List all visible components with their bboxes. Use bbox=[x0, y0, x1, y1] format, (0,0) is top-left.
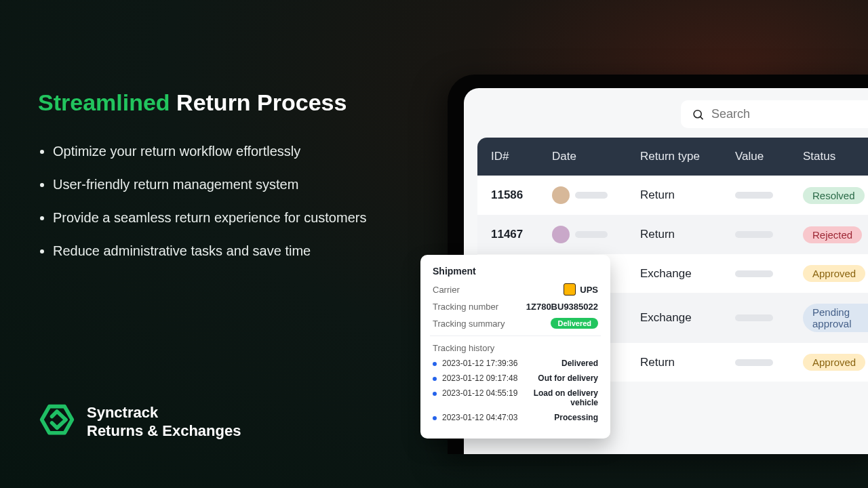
brand-name-line2: Returns & Exchanges bbox=[87, 422, 241, 441]
history-status: Out for delivery bbox=[538, 373, 598, 383]
avatar bbox=[552, 186, 570, 204]
brand-logo-icon bbox=[38, 403, 76, 441]
status-badge: Pending approval bbox=[803, 304, 868, 332]
history-timestamp: 2023-01-12 09:17:48 bbox=[442, 373, 532, 383]
cell-return-type: Exchange bbox=[640, 267, 735, 281]
col-value: Value bbox=[735, 150, 803, 163]
page-title: Streamlined Return Process bbox=[38, 88, 404, 117]
cell-status: Resolved bbox=[803, 187, 868, 204]
cell-status: Approved bbox=[803, 354, 868, 371]
feature-item: User-friendly return management system bbox=[53, 175, 404, 195]
search-input[interactable] bbox=[711, 107, 868, 121]
feature-item: Optimize your return workflow effortless… bbox=[53, 142, 404, 161]
col-date: Date bbox=[552, 150, 640, 163]
tracking-summary-label: Tracking summary bbox=[433, 319, 505, 329]
cell-value bbox=[735, 267, 803, 281]
cell-id: 11586 bbox=[491, 188, 552, 202]
delivered-badge: Delivered bbox=[551, 318, 598, 329]
feature-list: Optimize your return workflow effortless… bbox=[38, 142, 404, 261]
title-rest: Return Process bbox=[176, 89, 347, 115]
brand-block: Synctrack Returns & Exchanges bbox=[38, 403, 241, 441]
table-header-row: ID# Date Return type Value Status bbox=[477, 138, 868, 176]
col-status: Status bbox=[803, 150, 868, 163]
col-id: ID# bbox=[491, 150, 552, 163]
value-placeholder bbox=[735, 192, 773, 199]
col-type: Return type bbox=[640, 150, 735, 163]
cell-status: Pending approval bbox=[803, 304, 868, 332]
cell-date bbox=[552, 186, 640, 204]
history-row: 2023-01-12 09:17:48Out for delivery bbox=[433, 373, 598, 383]
status-badge: Approved bbox=[803, 265, 865, 282]
divider bbox=[430, 336, 601, 336]
cell-status: Rejected bbox=[803, 226, 868, 243]
history-row: 2023-01-12 17:39:36Delivered bbox=[433, 359, 598, 368]
cell-return-type: Return bbox=[640, 228, 735, 241]
carrier-value: UPS bbox=[564, 283, 598, 296]
cell-date bbox=[552, 226, 640, 243]
date-placeholder bbox=[575, 231, 608, 238]
table-row[interactable]: 11586ReturnResolved bbox=[477, 176, 868, 215]
cell-value bbox=[735, 188, 803, 202]
shipment-card: Shipment Carrier UPS Tracking number 1Z7… bbox=[420, 255, 610, 439]
history-timestamp: 2023-01-12 04:47:03 bbox=[442, 413, 549, 422]
svg-point-1 bbox=[694, 110, 701, 117]
search-bar[interactable] bbox=[681, 100, 868, 128]
search-icon bbox=[692, 108, 705, 121]
cell-value bbox=[735, 228, 803, 241]
value-placeholder bbox=[735, 231, 773, 238]
history-timestamp: 2023-01-12 17:39:36 bbox=[442, 359, 556, 368]
history-row: 2023-01-12 04:47:03Processing bbox=[433, 413, 598, 422]
status-badge: Approved bbox=[803, 354, 865, 371]
value-placeholder bbox=[735, 270, 773, 277]
shipment-title: Shipment bbox=[433, 266, 598, 277]
cell-value bbox=[735, 356, 803, 369]
tracking-number-label: Tracking number bbox=[433, 302, 498, 312]
bullet-icon bbox=[433, 392, 437, 396]
cell-id: 11467 bbox=[491, 228, 552, 241]
history-status: Delivered bbox=[561, 359, 598, 368]
cell-value bbox=[735, 311, 803, 325]
bullet-icon bbox=[433, 362, 437, 366]
history-status: Load on delivery vehicle bbox=[530, 388, 598, 407]
history-status: Processing bbox=[554, 413, 598, 422]
history-row: 2023-01-12 04:55:19Load on delivery vehi… bbox=[433, 388, 598, 407]
tracking-history-title: Tracking history bbox=[433, 343, 598, 353]
date-placeholder bbox=[575, 192, 608, 199]
cell-return-type: Return bbox=[640, 188, 735, 202]
bullet-icon bbox=[433, 416, 437, 420]
value-placeholder bbox=[735, 359, 773, 366]
history-timestamp: 2023-01-12 04:55:19 bbox=[442, 388, 525, 398]
ups-logo-icon bbox=[564, 283, 576, 296]
brand-name-line1: Synctrack bbox=[87, 403, 241, 422]
feature-item: Provide a seamless return experience for… bbox=[53, 208, 404, 228]
tracking-number-value: 1Z780BU9385022 bbox=[526, 302, 598, 312]
title-accent: Streamlined bbox=[38, 89, 170, 115]
svg-line-2 bbox=[701, 117, 703, 119]
carrier-label: Carrier bbox=[433, 285, 460, 295]
avatar bbox=[552, 226, 570, 243]
cell-return-type: Return bbox=[640, 356, 735, 369]
feature-item: Reduce administrative tasks and save tim… bbox=[53, 241, 404, 261]
status-badge: Resolved bbox=[803, 187, 865, 204]
status-badge: Rejected bbox=[803, 226, 862, 243]
bullet-icon bbox=[433, 377, 437, 381]
table-row[interactable]: 11467ReturnRejected bbox=[477, 215, 868, 254]
cell-status: Approved bbox=[803, 265, 868, 282]
value-placeholder bbox=[735, 314, 773, 321]
cell-return-type: Exchange bbox=[640, 311, 735, 325]
